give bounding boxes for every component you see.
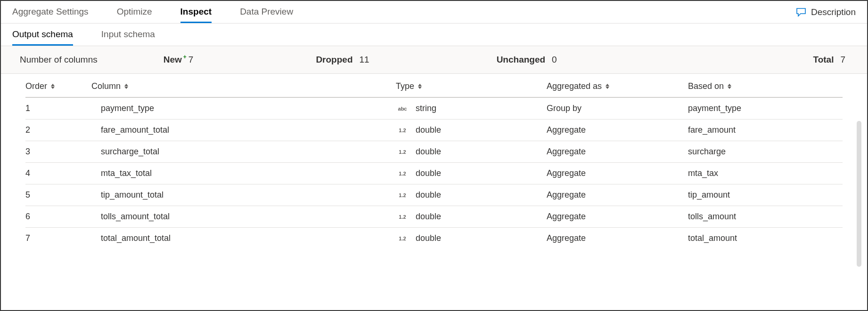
- cell-order: 1: [25, 104, 91, 113]
- top-row: Aggregate Settings Optimize Inspect Data…: [1, 1, 867, 24]
- cell-order: 6: [25, 212, 91, 222]
- summary-unchanged-value: 0: [552, 55, 557, 65]
- summary-heading: Number of columns: [20, 55, 98, 65]
- cell-based-on: payment_type: [688, 104, 843, 113]
- type-badge-double-icon: 1.2: [396, 128, 409, 133]
- sub-tab-bar: Output schema Input schema: [1, 24, 867, 46]
- summary-dropped-label: Dropped: [316, 55, 352, 65]
- cell-type: 1.2double: [396, 212, 547, 222]
- summary-dropped: Dropped 11: [316, 55, 369, 65]
- cell-based-on: total_amount: [688, 233, 843, 243]
- cell-order: 2: [25, 125, 91, 135]
- cell-type: 1.2double: [396, 125, 547, 135]
- schema-summary-row: Number of columns New 7 Dropped 11 Uncha…: [1, 46, 867, 74]
- type-badge-double-icon: 1.2: [396, 236, 409, 241]
- summary-total-value: 7: [840, 55, 845, 65]
- cell-aggregated-as: Aggregate: [547, 233, 688, 243]
- summary-new-value: 7: [188, 55, 194, 65]
- tab-inspect[interactable]: Inspect: [180, 1, 212, 23]
- type-badge-double-icon: 1.2: [396, 192, 409, 198]
- cell-type-label: string: [416, 104, 436, 113]
- cell-based-on: surcharge: [688, 147, 843, 157]
- cell-aggregated-as: Aggregate: [547, 168, 688, 178]
- cell-column: tip_amount_total: [91, 190, 396, 200]
- cell-type-label: double: [416, 125, 441, 135]
- summary-new-label: New: [164, 55, 182, 65]
- cell-order: 5: [25, 190, 91, 200]
- cell-aggregated-as: Group by: [547, 104, 688, 113]
- scrollbar[interactable]: [857, 121, 861, 267]
- sort-icon: [418, 84, 422, 89]
- column-header-column[interactable]: Column: [91, 81, 396, 91]
- cell-order: 4: [25, 168, 91, 178]
- tab-aggregate-settings[interactable]: Aggregate Settings: [12, 1, 89, 23]
- cell-aggregated-as: Aggregate: [547, 190, 688, 200]
- cell-aggregated-as: Aggregate: [547, 125, 688, 135]
- column-header-based-on-label: Based on: [688, 81, 724, 91]
- cell-column: total_amount_total: [91, 233, 396, 243]
- column-header-aggregated-as[interactable]: Aggregated as: [547, 81, 688, 91]
- sort-icon: [124, 84, 128, 89]
- column-header-order[interactable]: Order: [25, 81, 91, 91]
- column-header-based-on[interactable]: Based on: [688, 81, 843, 91]
- cell-column: mta_tax_total: [91, 168, 396, 178]
- cell-type-label: double: [416, 190, 441, 200]
- summary-total: Total 7: [813, 55, 848, 65]
- table-row[interactable]: 7total_amount_total1.2doubleAggregatetot…: [25, 228, 843, 249]
- cell-type: 1.2double: [396, 233, 547, 243]
- table-row[interactable]: 2fare_amount_total1.2doubleAggregatefare…: [25, 120, 843, 141]
- table-body: 1payment_typeabcstringGroup bypayment_ty…: [25, 98, 843, 249]
- cell-type-label: double: [416, 168, 441, 178]
- sort-icon: [606, 84, 609, 89]
- cell-column: payment_type: [91, 104, 396, 113]
- description-label: Description: [811, 7, 856, 17]
- description-button[interactable]: Description: [796, 2, 856, 22]
- type-badge-string-icon: abc: [396, 106, 409, 112]
- cell-type-label: double: [416, 147, 441, 157]
- type-badge-double-icon: 1.2: [396, 149, 409, 155]
- summary-unchanged-label: Unchanged: [497, 55, 545, 65]
- cell-type: 1.2double: [396, 147, 547, 157]
- comment-icon: [796, 8, 806, 17]
- column-header-column-label: Column: [91, 81, 121, 91]
- table-row[interactable]: 6tolls_amount_total1.2doubleAggregatetol…: [25, 206, 843, 228]
- cell-based-on: tolls_amount: [688, 212, 843, 222]
- cell-type: abcstring: [396, 104, 547, 113]
- table-row[interactable]: 4mta_tax_total1.2doubleAggregatemta_tax: [25, 163, 843, 184]
- column-header-order-label: Order: [25, 81, 47, 91]
- table-row[interactable]: 1payment_typeabcstringGroup bypayment_ty…: [25, 98, 843, 120]
- summary-dropped-value: 11: [360, 55, 369, 65]
- summary-new: New 7: [164, 55, 194, 65]
- cell-based-on: tip_amount: [688, 190, 843, 200]
- sort-icon: [51, 84, 55, 89]
- column-header-aggregated-as-label: Aggregated as: [547, 81, 602, 91]
- cell-type-label: double: [416, 212, 441, 222]
- cell-aggregated-as: Aggregate: [547, 212, 688, 222]
- cell-column: surcharge_total: [91, 147, 396, 157]
- cell-based-on: fare_amount: [688, 125, 843, 135]
- cell-column: tolls_amount_total: [91, 212, 396, 222]
- table-header-row: Order Column Type Aggregated as Based on: [25, 74, 843, 98]
- cell-aggregated-as: Aggregate: [547, 147, 688, 157]
- inspect-panel: Aggregate Settings Optimize Inspect Data…: [0, 0, 868, 311]
- top-tab-bar: Aggregate Settings Optimize Inspect Data…: [12, 1, 293, 23]
- cell-type: 1.2double: [396, 190, 547, 200]
- summary-unchanged: Unchanged 0: [497, 55, 813, 65]
- type-badge-double-icon: 1.2: [396, 171, 409, 176]
- column-header-type[interactable]: Type: [396, 81, 547, 91]
- table-row[interactable]: 5tip_amount_total1.2doubleAggregatetip_a…: [25, 184, 843, 206]
- cell-order: 3: [25, 147, 91, 157]
- table-row[interactable]: 3surcharge_total1.2doubleAggregatesurcha…: [25, 141, 843, 163]
- cell-column: fare_amount_total: [91, 125, 396, 135]
- tab-data-preview[interactable]: Data Preview: [240, 1, 293, 23]
- tab-optimize[interactable]: Optimize: [117, 1, 152, 23]
- cell-order: 7: [25, 233, 91, 243]
- sub-tab-output-schema[interactable]: Output schema: [12, 24, 73, 46]
- cell-type-label: double: [416, 233, 441, 243]
- type-badge-double-icon: 1.2: [396, 214, 409, 220]
- cell-based-on: mta_tax: [688, 168, 843, 178]
- summary-total-label: Total: [813, 55, 834, 65]
- sort-icon: [728, 84, 731, 89]
- sub-tab-input-schema[interactable]: Input schema: [101, 24, 155, 46]
- cell-type: 1.2double: [396, 168, 547, 178]
